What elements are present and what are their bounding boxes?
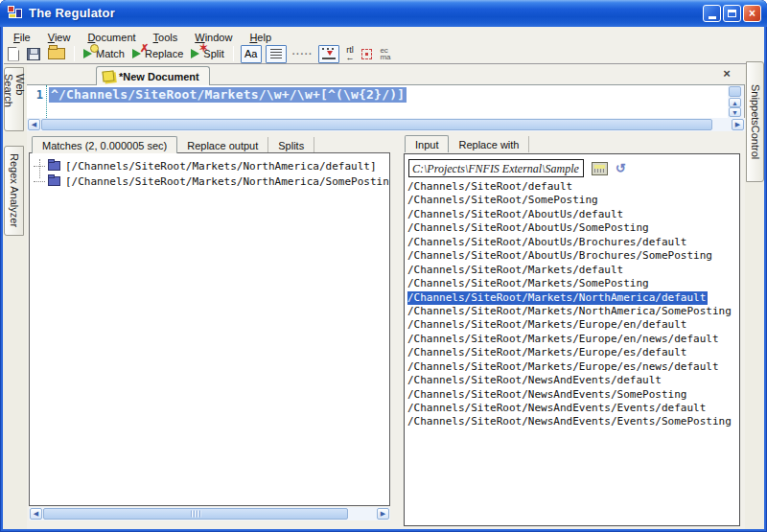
match-text: [/Channels/SiteRoot/Markets/NorthAmerica… <box>65 175 390 188</box>
save-icon <box>27 48 40 60</box>
document-tab[interactable]: *New Document <box>96 66 210 85</box>
replace-button[interactable]: ✗ Replace <box>128 45 187 63</box>
rtl-icon: rtl ← <box>345 46 354 61</box>
input-line[interactable]: /Channels/SiteRoot/AboutUs/default <box>407 208 739 221</box>
import-file-icon[interactable] <box>592 162 608 175</box>
minimize-button[interactable] <box>703 5 721 22</box>
results-tab-splits[interactable]: Splits <box>268 137 314 153</box>
toolbar-separator <box>74 46 75 61</box>
toolbar-separator <box>233 46 234 61</box>
input-line[interactable]: /Channels/SiteRoot/Markets/Europe/es/new… <box>407 360 739 374</box>
close-icon: × <box>749 8 755 19</box>
input-file-path-field[interactable]: C:\Projects\FNFIS External\Sample <box>408 159 584 177</box>
app-window: The Regulator × FileViewDocumentToolsWin… <box>0 0 767 532</box>
dots-icon: ····· <box>292 49 314 59</box>
menu-item-help[interactable]: Help <box>242 30 279 45</box>
folder-icon <box>48 176 60 186</box>
menu-item-document[interactable]: Document <box>80 30 143 45</box>
results-tab-bar: Matches (2, 0.000005 sec)Replace outputS… <box>32 135 314 153</box>
input-panel: C:\Projects\FNFIS External\Sample ↺ /Cha… <box>404 153 740 526</box>
scroll-left-button[interactable]: ◀ <box>28 119 40 130</box>
scroll-right-button[interactable]: ▶ <box>377 508 389 520</box>
input-line[interactable]: /Channels/SiteRoot/SomePosting <box>407 194 739 207</box>
match-row[interactable]: [/Channels/SiteRoot/Markets/NorthAmerica… <box>34 158 377 173</box>
editor-horizontal-scrollbar[interactable]: ◀ ▶ <box>27 118 745 131</box>
reload-icon[interactable]: ↺ <box>616 162 626 174</box>
scroll-up-button[interactable]: ▲ <box>729 98 741 107</box>
scroll-right-button[interactable]: ▶ <box>732 119 744 130</box>
scroll-thumb[interactable] <box>43 508 348 520</box>
menu-item-window[interactable]: Window <box>187 30 240 45</box>
ecmascript-button[interactable]: ec ma <box>376 45 394 63</box>
menu-item-tools[interactable]: Tools <box>146 30 186 45</box>
window-controls: × <box>703 5 761 22</box>
match-button[interactable]: Match <box>80 45 128 63</box>
input-line[interactable]: /Channels/SiteRoot/Markets/Europe/es/def… <box>407 346 739 359</box>
match-row[interactable]: [/Channels/SiteRoot/Markets/NorthAmerica… <box>34 173 390 189</box>
input-text-area[interactable]: /Channels/SiteRoot/default/Channels/Site… <box>407 180 739 429</box>
panel-splitter[interactable] <box>390 135 404 520</box>
results-tab-matches-2-0-000005-sec[interactable]: Matches (2, 0.000005 sec) <box>32 136 177 153</box>
singleline-icon <box>361 49 372 59</box>
input-tab-input[interactable]: Input <box>405 135 449 152</box>
multiline-toggle[interactable] <box>266 45 287 63</box>
open-button[interactable] <box>44 45 69 63</box>
replace-icon: ✗ <box>132 49 141 58</box>
scroll-thumb[interactable] <box>729 86 741 97</box>
folder-icon <box>48 161 60 171</box>
input-line[interactable]: /Channels/SiteRoot/AboutUs/SomePosting <box>407 221 739 235</box>
singleline-mode-button[interactable] <box>358 45 376 63</box>
scroll-down-button[interactable]: ▼ <box>729 107 741 117</box>
editor-vertical-scrollbar[interactable]: ▲ ▼ <box>728 85 744 118</box>
close-button[interactable]: × <box>743 5 761 22</box>
open-folder-icon <box>48 48 65 59</box>
split-button[interactable]: ✶ Split <box>187 45 227 63</box>
regex-editor[interactable]: 1 ^/Channels/SiteRoot/Markets/\w+/\w+[^(… <box>27 85 745 118</box>
input-line[interactable]: /Channels/SiteRoot/NewsAndEvents/Events/… <box>407 415 739 428</box>
input-line[interactable]: /Channels/SiteRoot/Markets/SomePosting <box>407 277 739 290</box>
input-line[interactable]: /Channels/SiteRoot/NewsAndEvents/default <box>407 374 739 387</box>
capture-icon <box>322 48 336 59</box>
input-line[interactable]: /Channels/SiteRoot/AboutUs/Brochures/Som… <box>407 249 739 263</box>
sidebar-tab-web-search[interactable]: Web Search <box>4 67 24 131</box>
singleline-dots-button[interactable]: ····· <box>289 45 317 63</box>
right-to-left-button[interactable]: rtl ← <box>341 45 358 63</box>
sidebar-tab-snippets-control[interactable]: SnippetsControl <box>746 61 764 182</box>
input-line[interactable]: /Channels/SiteRoot/Markets/Europe/en/def… <box>407 318 739 332</box>
matches-horizontal-scrollbar[interactable]: ◀ ▶ <box>29 507 390 520</box>
document-area: *New Document × 1 ^/Channels/SiteRoot/Ma… <box>27 65 745 131</box>
input-line[interactable]: /Channels/SiteRoot/AboutUs/Brochures/def… <box>407 236 739 249</box>
new-document-button[interactable] <box>4 45 23 63</box>
input-line-selected[interactable]: /Channels/SiteRoot/Markets/NorthAmerica/… <box>407 291 708 305</box>
menu-item-file[interactable]: File <box>6 30 38 45</box>
input-line[interactable]: /Channels/SiteRoot/NewsAndEvents/Events/… <box>407 402 739 415</box>
maximize-icon <box>728 10 736 17</box>
scroll-left-icon: ◀ <box>34 510 38 518</box>
scroll-right-icon: ▶ <box>735 121 740 128</box>
regex-text[interactable]: ^/Channels/SiteRoot/Markets/\w+/\w+[^(\w… <box>49 87 407 103</box>
minimize-icon <box>709 16 716 19</box>
explicit-capture-toggle[interactable] <box>318 45 339 63</box>
results-tab-replace-output[interactable]: Replace output <box>177 137 268 153</box>
save-button[interactable] <box>23 45 44 63</box>
match-text: [/Channels/SiteRoot/Markets/NorthAmerica… <box>65 160 377 173</box>
matches-list[interactable]: [/Channels/SiteRoot/Markets/NorthAmerica… <box>29 152 390 506</box>
titlebar[interactable]: The Regulator × <box>0 0 767 27</box>
input-line[interactable]: /Channels/SiteRoot/default <box>407 180 739 194</box>
menu-item-view[interactable]: View <box>40 30 79 45</box>
scroll-left-button[interactable]: ◀ <box>30 508 42 520</box>
scroll-thumb[interactable] <box>41 119 712 130</box>
sidebar-tab-regex-analyzer[interactable]: Regex Analyzer <box>4 146 24 236</box>
maximize-button[interactable] <box>723 5 741 22</box>
input-source-row: C:\Projects\FNFIS External\Sample ↺ <box>408 159 626 177</box>
input-line[interactable]: /Channels/SiteRoot/Markets/Europe/en/new… <box>407 333 739 346</box>
input-line[interactable]: /Channels/SiteRoot/Markets/NorthAmerica/… <box>407 305 739 318</box>
scroll-up-icon: ▲ <box>732 100 738 106</box>
input-line[interactable]: /Channels/SiteRoot/NewsAndEvents/SomePos… <box>407 388 739 402</box>
input-line[interactable]: /Channels/SiteRoot/Markets/default <box>407 264 739 277</box>
ignore-case-toggle[interactable]: Aa <box>241 45 262 63</box>
replace-label: Replace <box>145 48 183 59</box>
document-icon <box>102 70 114 81</box>
input-tab-replace-with[interactable]: Replace with <box>449 136 529 152</box>
document-close-icon[interactable]: × <box>720 67 733 81</box>
